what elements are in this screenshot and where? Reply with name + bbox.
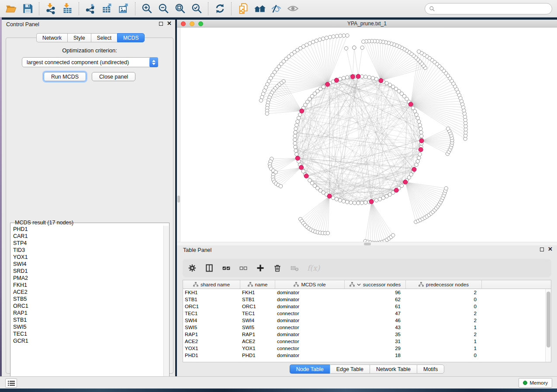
export-image-icon[interactable]	[115, 1, 132, 16]
cell-name: TEC1	[240, 310, 275, 317]
tab-mcds[interactable]: MCDS	[117, 33, 145, 42]
refresh-layout-icon[interactable]	[211, 1, 228, 16]
close-panel-button[interactable]: Close panel	[92, 72, 135, 81]
column-header-shared-name[interactable]: shared name	[183, 280, 240, 289]
mcds-result-item[interactable]: STB5	[11, 296, 163, 303]
cell-name: STB1	[240, 296, 275, 303]
mcds-result-item[interactable]: YOX1	[11, 254, 163, 261]
cell-name: RAP1	[240, 331, 275, 338]
network-horizontal-scrollbar[interactable]	[177, 242, 557, 245]
cell-name: FKH1	[240, 289, 275, 296]
table-options-icon[interactable]	[188, 261, 197, 275]
search-box[interactable]	[425, 3, 552, 14]
cell-shared-name: YOX1	[183, 345, 240, 352]
delete-table-icon	[290, 261, 299, 275]
import-table-icon[interactable]	[59, 1, 76, 16]
float-panel-icon[interactable]	[159, 22, 163, 26]
clone-network-icon[interactable]	[235, 1, 251, 16]
network-vertical-scrollbar[interactable]	[177, 28, 180, 242]
mcds-result-item[interactable]: ORC1	[11, 303, 163, 309]
cell-shared-name: PHD1	[183, 352, 240, 359]
hide-annotations-icon[interactable]	[268, 1, 284, 16]
column-header-successor-nodes[interactable]: successor nodes	[345, 280, 406, 289]
toolbar-separator	[39, 2, 39, 15]
column-header-name[interactable]: name	[240, 280, 275, 289]
table-scrollbar[interactable]	[545, 289, 551, 362]
mcds-result-list[interactable]: PHD1CAR1STP4TID3YOX1SWI4SRD1PMA2FKH1ACE2…	[11, 226, 163, 380]
mcds-result-item[interactable]: SRD1	[11, 268, 163, 275]
table-row[interactable]: STB1STB1dominator620	[183, 296, 545, 303]
mcds-result-item[interactable]: TEC1	[11, 330, 163, 337]
home-icon[interactable]	[251, 1, 268, 16]
tab-network-table[interactable]: Network Table	[370, 364, 417, 374]
mcds-result-item[interactable]: SWI4	[11, 261, 163, 268]
cell-name: YOX1	[240, 345, 275, 352]
mcds-list-scrollbar[interactable]	[163, 226, 169, 380]
table-row[interactable]: SWI5SWI5connector431	[183, 324, 545, 331]
save-session-icon[interactable]	[19, 1, 36, 16]
mcds-result-item[interactable]: PMA2	[11, 275, 163, 282]
tab-edge-table[interactable]: Edge Table	[330, 364, 370, 374]
float-table-panel-icon[interactable]	[540, 248, 544, 251]
mcds-result-item[interactable]: PHD1	[11, 226, 163, 233]
mcds-result-item[interactable]: ACE2	[11, 289, 163, 296]
show-eye-icon[interactable]	[284, 1, 301, 16]
deselect-all-icon[interactable]	[239, 261, 248, 275]
criterion-dropdown[interactable]: largest connected component (undirected)	[22, 57, 158, 67]
column-header-MCDS-role[interactable]: MCDS role	[275, 280, 345, 289]
table-row[interactable]: ACE2ACE2connector311	[183, 338, 545, 345]
tab-style[interactable]: Style	[67, 33, 91, 42]
memory-status-icon	[523, 381, 527, 385]
column-header-predecessor-nodes[interactable]: predecessor nodes	[406, 280, 482, 289]
cell-shared-name: STB1	[183, 296, 240, 303]
mcds-result-item[interactable]: RAP1	[11, 309, 163, 316]
mcds-tab-content: Optimization criterion: largest connecte…	[6, 38, 173, 374]
cell-shared-name: SWI5	[183, 324, 240, 331]
tab-node-table[interactable]: Node Table	[290, 364, 330, 374]
node-table: shared namenameMCDS rolesuccessor nodesp…	[183, 280, 551, 362]
table-row[interactable]: ORC1ORC1dominator610	[183, 303, 545, 310]
table-row[interactable]: TEC1TEC1connector472	[183, 310, 545, 317]
network-canvas[interactable]	[177, 28, 557, 242]
mcds-result-item[interactable]: TID3	[11, 247, 163, 254]
mcds-result-item[interactable]: STB1	[11, 316, 163, 323]
close-panel-icon[interactable]: ✕	[167, 21, 172, 26]
mcds-result-item[interactable]: GCR1	[11, 337, 163, 344]
cell-predecessor-nodes: 0	[406, 296, 482, 303]
zoom-fit-icon[interactable]	[172, 1, 188, 16]
table-row[interactable]: FKH1FKH1dominator962	[183, 289, 545, 296]
mcds-result-item[interactable]: STP4	[11, 240, 163, 247]
tab-select[interactable]: Select	[91, 33, 117, 42]
open-session-icon[interactable]	[3, 1, 19, 16]
task-history-button[interactable]	[5, 378, 17, 388]
import-network-icon[interactable]	[42, 1, 59, 16]
mcds-result-item[interactable]: FKH1	[11, 282, 163, 289]
mcds-result-item[interactable]: SWI5	[11, 323, 163, 330]
tab-network[interactable]: Network	[36, 33, 67, 42]
export-table-icon[interactable]	[99, 1, 115, 16]
table-row[interactable]: SWI4SWI4dominator462	[183, 317, 545, 324]
memory-button[interactable]: Memory	[519, 378, 552, 388]
add-column-icon[interactable]	[256, 261, 265, 275]
zoom-in-icon[interactable]	[138, 1, 155, 16]
zoom-out-icon[interactable]	[155, 1, 172, 16]
network-window-titlebar[interactable]: YPA_prune.txt_1	[177, 20, 557, 28]
select-all-icon[interactable]	[222, 261, 231, 275]
zoom-selected-icon[interactable]	[188, 1, 205, 16]
tab-motifs[interactable]: Motifs	[417, 364, 444, 374]
table-row[interactable]: RAP1RAP1dominator352	[183, 331, 545, 338]
cell-predecessor-nodes: 2	[406, 331, 482, 338]
search-input[interactable]	[435, 4, 552, 13]
search-icon	[429, 6, 435, 12]
mcds-result-item[interactable]: CAR1	[11, 233, 163, 240]
export-network-icon[interactable]	[82, 1, 99, 16]
cell-name: SWI5	[240, 324, 275, 331]
cell-name: ORC1	[240, 303, 275, 310]
table-row[interactable]: PHD1PHD1dominator180	[183, 352, 545, 359]
run-mcds-button[interactable]: Run MCDS	[44, 72, 86, 81]
close-table-panel-icon[interactable]: ✕	[548, 247, 553, 251]
table-row[interactable]: YOX1YOX1connector291	[183, 345, 545, 352]
delete-column-icon[interactable]	[273, 261, 282, 275]
split-view-icon[interactable]	[205, 261, 214, 275]
table-panel-tabs: Node TableEdge TableNetwork TableMotifs	[177, 364, 557, 374]
